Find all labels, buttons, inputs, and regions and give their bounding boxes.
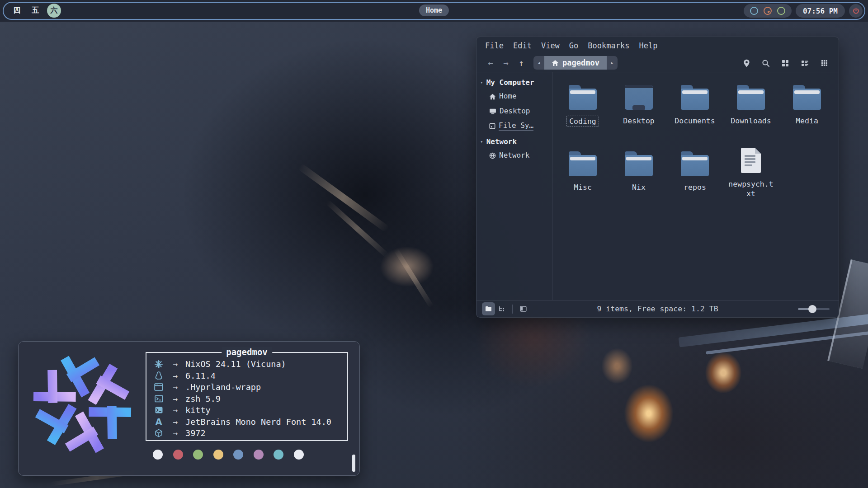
folder-icon bbox=[681, 89, 709, 110]
workspace-5[interactable]: 五 bbox=[28, 4, 42, 18]
up-button[interactable]: ↑ bbox=[514, 58, 529, 68]
file-item-nix[interactable]: Nix bbox=[611, 151, 667, 192]
breadcrumb-prev-icon[interactable]: ◂ bbox=[533, 56, 544, 70]
active-window-title: Home bbox=[419, 5, 449, 16]
sidebar-section-network[interactable]: ▾ Network bbox=[476, 135, 552, 148]
workspace-6-active[interactable]: 六 bbox=[47, 4, 61, 18]
breadcrumb-next-icon[interactable]: ▸ bbox=[607, 56, 618, 70]
file-item-newpsych-txt[interactable]: newpsych.txt bbox=[723, 148, 779, 199]
arrow: → bbox=[165, 382, 185, 392]
toolbar-view-controls bbox=[742, 54, 829, 72]
side-pane-toggle-button[interactable] bbox=[517, 302, 530, 315]
breadcrumb: ◂ pagedmov ▸ bbox=[533, 56, 618, 70]
file-label: Nix bbox=[630, 182, 648, 192]
file-item-downloads[interactable]: Downloads bbox=[723, 84, 779, 126]
sidebar-item-home[interactable]: Home bbox=[476, 89, 552, 104]
divider bbox=[512, 305, 513, 314]
compact-view-icon[interactable] bbox=[820, 59, 829, 68]
back-button[interactable]: ← bbox=[483, 58, 498, 68]
search-icon[interactable] bbox=[761, 59, 770, 68]
menu-bar: File Edit View Go Bookmarks Help bbox=[476, 37, 839, 54]
sidebar-item-network[interactable]: Network bbox=[476, 148, 552, 163]
file-item-coding[interactable]: Coding bbox=[555, 84, 611, 127]
file-item-media[interactable]: Media bbox=[779, 84, 835, 126]
indicator-green-icon[interactable] bbox=[777, 7, 785, 15]
forward-button[interactable]: → bbox=[498, 58, 514, 68]
file-label: Misc bbox=[571, 182, 594, 192]
text-file-icon bbox=[741, 148, 761, 173]
file-label: Desktop bbox=[621, 116, 657, 126]
sidebar-item-desktop[interactable]: Desktop bbox=[476, 104, 552, 118]
palette-dot bbox=[153, 450, 163, 460]
menu-view[interactable]: View bbox=[541, 41, 560, 50]
terminal-color-palette bbox=[153, 450, 304, 460]
indicator-orange-icon[interactable] bbox=[764, 7, 772, 15]
breadcrumb-home-segment[interactable]: pagedmov bbox=[544, 56, 607, 70]
palette-dot bbox=[193, 450, 203, 460]
side-pane-icon bbox=[520, 306, 527, 312]
icon-view-icon[interactable] bbox=[781, 59, 790, 68]
menu-go[interactable]: Go bbox=[569, 41, 578, 50]
globe-icon bbox=[489, 152, 496, 159]
file-item-misc[interactable]: Misc bbox=[555, 151, 611, 192]
file-label: newpsych.txt bbox=[726, 179, 776, 199]
arrow: → bbox=[165, 359, 185, 369]
places-pane-button[interactable] bbox=[482, 302, 495, 315]
wm-icon bbox=[152, 383, 165, 391]
zoom-slider[interactable] bbox=[798, 308, 830, 310]
fetch-row-os: → NixOS 24.11 (Vicuna) bbox=[152, 358, 344, 370]
palette-dot bbox=[274, 450, 283, 460]
arrow: → bbox=[165, 394, 185, 404]
menu-bookmarks[interactable]: Bookmarks bbox=[588, 41, 629, 50]
home-icon bbox=[489, 94, 496, 100]
terminal-scrollbar[interactable] bbox=[352, 455, 355, 472]
fastfetch-info-box: pagedmov → NixOS 24.11 (Vicuna) bbox=[146, 352, 348, 441]
palette-dot bbox=[173, 450, 183, 460]
file-manager-window: File Edit View Go Bookmarks Help ← → ↑ ◂… bbox=[476, 37, 839, 318]
location-icon[interactable] bbox=[742, 59, 751, 68]
indicator-blue-icon[interactable] bbox=[750, 7, 758, 15]
desktop-icon bbox=[489, 108, 496, 114]
tree-pane-button[interactable] bbox=[495, 302, 508, 315]
file-label: Documents bbox=[672, 116, 717, 126]
folder-pane-icon bbox=[485, 306, 492, 312]
workspace-4[interactable]: 四 bbox=[10, 4, 24, 18]
file-label: Coding bbox=[566, 116, 599, 127]
menu-edit[interactable]: Edit bbox=[513, 41, 532, 50]
palette-dot bbox=[213, 450, 223, 460]
palette-dot bbox=[233, 450, 243, 460]
arrow: → bbox=[165, 417, 185, 427]
arrow: → bbox=[165, 371, 185, 380]
fetch-row-shell: → zsh 5.9 bbox=[152, 393, 344, 405]
sidebar-section-my-computer[interactable]: ▾ My Computer bbox=[476, 76, 552, 89]
folder-icon bbox=[793, 89, 821, 110]
terminal-icon bbox=[152, 407, 165, 413]
status-text: 9 items, Free space: 1.2 TB bbox=[597, 305, 718, 313]
drive-icon bbox=[489, 123, 495, 129]
palette-dot bbox=[254, 450, 264, 460]
file-item-desktop[interactable]: Desktop bbox=[611, 84, 667, 126]
folder-icon bbox=[737, 89, 765, 110]
menu-file[interactable]: File bbox=[485, 41, 504, 50]
fetch-hostname: pagedmov bbox=[222, 347, 272, 357]
file-label: Media bbox=[793, 116, 821, 126]
status-indicators bbox=[744, 4, 792, 18]
status-bar: 9 items, Free space: 1.2 TB bbox=[476, 300, 839, 317]
file-item-documents[interactable]: Documents bbox=[667, 84, 723, 126]
sidebar-item-file-system[interactable]: File Sy… bbox=[476, 118, 552, 133]
folder-icon bbox=[625, 155, 653, 176]
file-item-repos[interactable]: repos bbox=[667, 151, 723, 192]
list-view-icon[interactable] bbox=[800, 59, 809, 68]
nixos-icon bbox=[152, 360, 165, 369]
desktop-folder-icon bbox=[625, 85, 653, 110]
menu-help[interactable]: Help bbox=[639, 41, 657, 50]
kernel-icon bbox=[152, 371, 165, 380]
nixos-logo bbox=[28, 351, 136, 458]
folder-icon bbox=[681, 155, 709, 176]
zoom-slider-knob[interactable] bbox=[808, 305, 816, 313]
arrow: → bbox=[165, 428, 185, 438]
folder-icon bbox=[569, 155, 597, 176]
power-icon bbox=[852, 7, 860, 15]
power-button[interactable] bbox=[849, 4, 863, 18]
palette-dot bbox=[294, 450, 304, 460]
